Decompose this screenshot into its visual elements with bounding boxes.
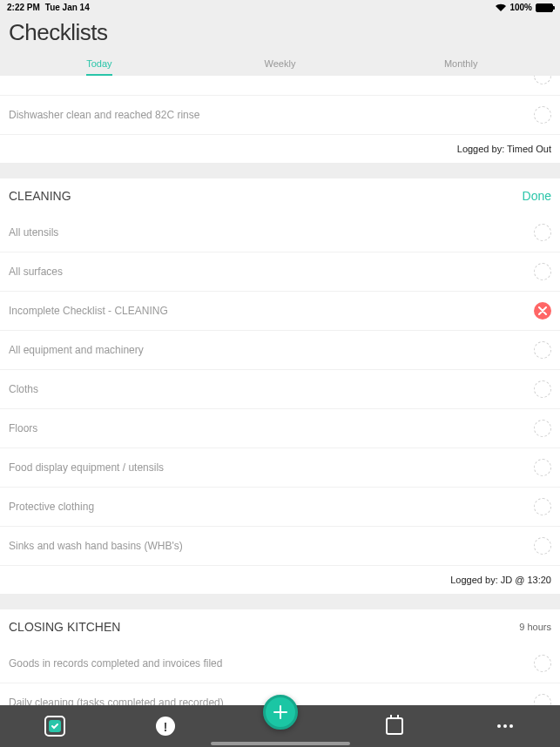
add-button[interactable] <box>263 695 298 730</box>
section-gap <box>0 163 560 178</box>
calendar-icon <box>386 717 403 735</box>
list-item-floors[interactable]: Floors <box>0 409 560 448</box>
list-item-food-display[interactable]: Food display equipment / utensils <box>0 448 560 488</box>
tab-monthly[interactable]: Monthly <box>370 53 551 76</box>
section-title: CLEANING <box>9 189 71 203</box>
tab-today[interactable]: Today <box>9 53 190 76</box>
header: Checklists Today Weekly Monthly <box>0 15 560 76</box>
checkbox-circle-icon[interactable] <box>534 537 551 555</box>
checkbox-circle-icon[interactable] <box>534 263 551 280</box>
checkbox-circle-icon[interactable] <box>534 420 551 437</box>
nav-calendar-button[interactable] <box>381 713 408 739</box>
section-status: Done <box>523 189 551 203</box>
more-icon <box>497 724 513 728</box>
logged-by: Logged by: Timed Out <box>0 135 560 163</box>
checkbox-circle-icon[interactable] <box>534 498 551 515</box>
item-label: All equipment and machinery <box>9 344 144 356</box>
list-item-utensils[interactable]: All utensils <box>0 213 560 252</box>
item-label: Cloths <box>9 383 38 395</box>
item-label: All surfaces <box>9 266 63 278</box>
item-label: Dishwasher clean and reached 82C rinse <box>9 109 199 121</box>
item-label: Protective clothing <box>9 501 94 513</box>
list-item-dishwasher[interactable]: Dishwasher clean and reached 82C rinse <box>0 96 560 135</box>
checkbox-circle-icon[interactable] <box>534 76 551 84</box>
checkbox-circle-icon[interactable] <box>534 380 551 398</box>
section-header-closing[interactable]: CLOSING KITCHEN 9 hours <box>0 609 560 644</box>
list-item-cloths[interactable]: Cloths <box>0 370 560 409</box>
nav-checklists-button[interactable] <box>42 713 68 739</box>
item-label: Sinks and wash hand basins (WHB's) <box>9 540 183 552</box>
section-header-cleaning[interactable]: CLEANING Done <box>0 178 560 213</box>
checkbox-circle-icon[interactable] <box>534 106 551 124</box>
tab-weekly[interactable]: Weekly <box>190 53 371 76</box>
plus-icon <box>272 703 289 721</box>
section-time: 9 hours <box>519 622 551 632</box>
checkbox-circle-icon[interactable] <box>534 655 551 672</box>
status-bar: 2:22 PM Tue Jan 14 100% <box>0 0 560 15</box>
item-label: All utensils <box>9 226 58 239</box>
checklist-icon <box>44 716 65 737</box>
status-date: Tue Jan 14 <box>45 3 90 12</box>
home-indicator[interactable] <box>211 742 350 745</box>
nav-alerts-button[interactable]: ! <box>152 713 179 739</box>
list-item-protective[interactable]: Protective clothing <box>0 488 560 527</box>
battery-icon <box>536 3 553 12</box>
battery-percent: 100% <box>509 3 532 12</box>
nav-more-button[interactable] <box>492 713 518 739</box>
section-gap <box>0 594 560 609</box>
list-item-incomplete[interactable]: Incomplete Checklist - CLEANING <box>0 292 560 331</box>
list-item-surfaces[interactable]: All surfaces <box>0 252 560 292</box>
checkbox-circle-icon[interactable] <box>534 224 551 241</box>
wifi-icon <box>496 3 506 11</box>
list-item-goods[interactable]: Goods in records completed and invoices … <box>0 644 560 683</box>
list-item-partial[interactable] <box>0 76 560 96</box>
content: Dishwasher clean and reached 82C rinse L… <box>0 76 560 723</box>
checkbox-circle-icon[interactable] <box>534 459 551 476</box>
incomplete-x-icon[interactable] <box>534 302 551 320</box>
status-time: 2:22 PM <box>7 3 40 12</box>
item-label: Goods in records completed and invoices … <box>9 657 222 670</box>
tabs: Today Weekly Monthly <box>9 53 551 76</box>
alert-icon: ! <box>156 717 175 736</box>
list-item-equipment[interactable]: All equipment and machinery <box>0 331 560 370</box>
item-label: Incomplete Checklist - CLEANING <box>9 305 168 317</box>
logged-by: Logged by: JD @ 13:20 <box>0 566 560 594</box>
page-title: Checklists <box>9 19 551 46</box>
checkbox-circle-icon[interactable] <box>534 341 551 359</box>
item-label: Floors <box>9 422 37 434</box>
list-item-sinks[interactable]: Sinks and wash hand basins (WHB's) <box>0 527 560 566</box>
section-title: CLOSING KITCHEN <box>9 620 120 634</box>
item-label: Food display equipment / utensils <box>9 461 164 474</box>
